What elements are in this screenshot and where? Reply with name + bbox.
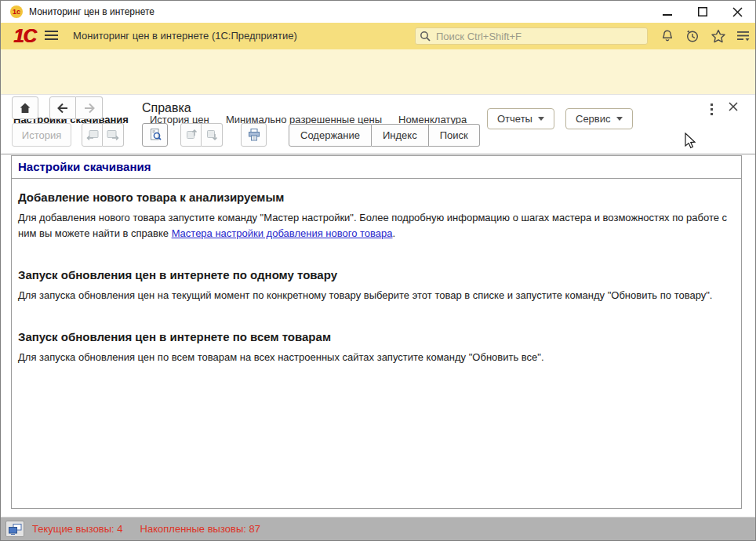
os-titlebar: 1с Мониторинг цен в интернете xyxy=(1,1,755,23)
wizard-help-link[interactable]: Мастера настройки добавления нового това… xyxy=(172,227,393,239)
section-heading: Запуск обновления цен в интернете по все… xyxy=(18,330,735,343)
page-down-button[interactable] xyxy=(202,123,223,147)
section-text: Для запуска обновления цен на текущий мо… xyxy=(18,288,735,303)
current-calls-label: Текущие вызовы: xyxy=(32,523,114,535)
accumulated-calls-value: 87 xyxy=(249,523,260,535)
current-calls: Текущие вызовы: 4 xyxy=(32,523,123,535)
help-section-update-one: Запуск обновления цен в интернете по одн… xyxy=(18,268,735,303)
monitors-icon xyxy=(8,523,22,536)
window-title: Мониторинг цен в интернете xyxy=(29,6,154,17)
menu-lines-icon xyxy=(736,28,751,44)
accumulated-calls-label: Накопленные вызовы: xyxy=(140,523,246,535)
status-bar: Текущие вызовы: 4 Накопленные вызовы: 87 xyxy=(1,517,755,540)
section-text: Для запуска обновления цен по всем товар… xyxy=(18,350,735,365)
printer-icon xyxy=(246,128,262,142)
maximize-button[interactable] xyxy=(685,1,720,23)
help-toolbar: История xyxy=(1,123,755,154)
back-button[interactable] xyxy=(49,96,76,119)
clock-history-icon xyxy=(685,28,700,44)
sections-bar: Настройки скачивания История цен Минимал… xyxy=(1,49,755,95)
help-section-add-product: Добавление нового товара к анализируемым… xyxy=(18,191,735,241)
window-back-icon xyxy=(85,129,100,141)
section-heading: Запуск обновления цен в интернете по одн… xyxy=(18,268,735,281)
close-button[interactable] xyxy=(720,1,755,23)
find-in-page-icon xyxy=(148,128,162,142)
minimize-icon xyxy=(663,7,672,16)
chevron-down-icon xyxy=(538,117,544,121)
history-list-button[interactable]: История xyxy=(12,123,71,147)
window-controls xyxy=(649,1,755,23)
current-calls-value: 4 xyxy=(117,523,122,535)
app-title: Мониторинг цен в интернете (1С:Предприят… xyxy=(73,30,297,42)
section-text-suffix: . xyxy=(392,227,395,239)
page-up-button[interactable] xyxy=(180,123,202,147)
window-forward-icon xyxy=(106,129,120,141)
panel-title: Справка xyxy=(142,101,191,115)
help-section-update-all: Запуск обновления цен в интернете по все… xyxy=(18,330,735,365)
history-button[interactable] xyxy=(685,28,700,44)
home-button[interactable] xyxy=(12,96,38,119)
minimize-button[interactable] xyxy=(649,1,685,23)
notifications-button[interactable] xyxy=(660,28,675,44)
section-text-prefix: ним вы можете найти в справке xyxy=(18,227,172,239)
close-icon xyxy=(729,102,738,111)
accumulated-calls: Накопленные вызовы: 87 xyxy=(140,523,260,535)
page-up-icon xyxy=(185,129,198,141)
help-tabs-group: Содержание Индекс Поиск xyxy=(289,124,480,147)
arrow-right-icon xyxy=(82,102,96,114)
tab-index[interactable]: Индекс xyxy=(372,124,429,147)
bell-icon xyxy=(660,28,675,44)
maximize-icon xyxy=(698,7,707,16)
previous-topic-button[interactable] xyxy=(82,123,103,147)
functions-menu-button[interactable] xyxy=(736,28,751,44)
next-topic-button[interactable] xyxy=(103,123,124,147)
chevron-down-icon xyxy=(616,117,623,121)
find-on-page-button[interactable] xyxy=(142,123,168,147)
panel-close-button[interactable] xyxy=(726,100,740,114)
topic-nav-group xyxy=(82,123,124,147)
section-text: ним вы можете найти в справке Мастера на… xyxy=(18,226,735,241)
section-text: Для добавления нового товара запустите к… xyxy=(18,210,735,226)
tab-search[interactable]: Поиск xyxy=(429,124,480,147)
back-forward-group xyxy=(49,96,103,119)
star-icon xyxy=(711,28,726,44)
more-actions-button[interactable] xyxy=(706,103,717,116)
print-button[interactable] xyxy=(241,123,267,147)
close-icon xyxy=(732,7,743,17)
forward-button[interactable] xyxy=(76,96,103,119)
global-search xyxy=(415,27,648,45)
page-down-icon xyxy=(205,129,218,141)
search-icon xyxy=(420,31,431,42)
help-content-panel: Настройки скачивания Добавление нового т… xyxy=(11,155,742,509)
favorites-button[interactable] xyxy=(711,28,726,44)
section-heading: Добавление нового товара к анализируемым xyxy=(18,191,735,204)
performance-indicator-button[interactable] xyxy=(5,521,24,537)
search-input[interactable] xyxy=(415,27,648,45)
page-body: Добавление нового товара к анализируемым… xyxy=(12,179,741,404)
home-icon xyxy=(18,101,32,115)
arrow-left-icon xyxy=(56,102,70,114)
page-title: Настройки скачивания xyxy=(12,156,741,179)
page-updown-group xyxy=(180,123,223,147)
logo-1c: 1С xyxy=(13,25,36,47)
app-header: 1С Мониторинг цен в интернете (1С:Предпр… xyxy=(1,23,755,49)
app-window: 1с Мониторинг цен в интернете 1С Монитор… xyxy=(0,0,756,541)
main-menu-button[interactable] xyxy=(45,29,58,42)
tab-contents[interactable]: Содержание xyxy=(289,124,372,147)
app-icon: 1с xyxy=(10,5,23,18)
